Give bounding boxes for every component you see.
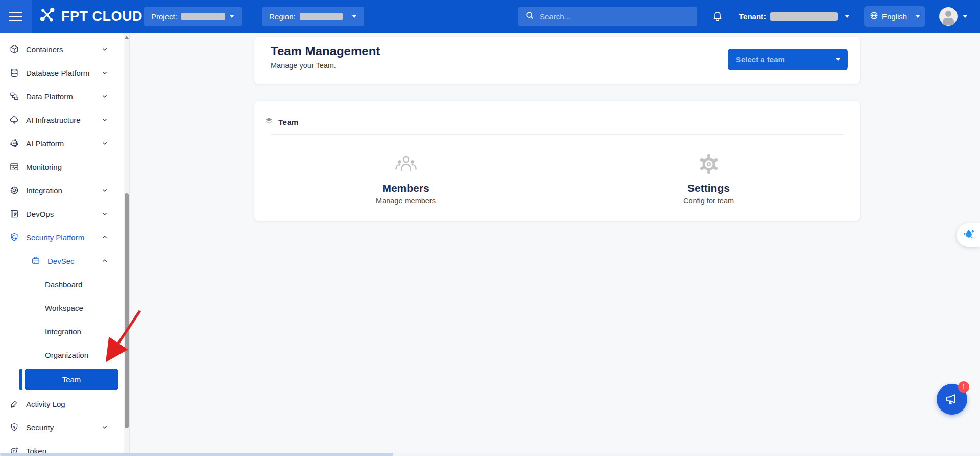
sidebar-item-label: AI Platform: [26, 139, 64, 148]
chevron-down-icon: [101, 423, 109, 431]
tenant-selector[interactable]: Tenant:: [739, 0, 850, 33]
avatar: [939, 7, 958, 26]
sidebar-item-dashboard[interactable]: Dashboard: [0, 275, 129, 294]
page-title: Team Management: [271, 44, 380, 58]
sidebar-item-devsec[interactable]: DevSec: [0, 251, 129, 270]
sidebar-item-ai-platform[interactable]: AI AI Platform: [0, 133, 129, 153]
main-content: Team Management Manage your Team. Select…: [130, 33, 980, 456]
project-value-redacted: [181, 13, 225, 20]
hamburger-menu-button[interactable]: [0, 0, 32, 33]
sidebar-item-label: Dashboard: [45, 280, 82, 289]
chevron-down-icon: [101, 45, 109, 53]
chevron-down-icon: [101, 139, 109, 147]
sidebar-item-data-platform[interactable]: Data Platform: [0, 86, 129, 106]
search-icon: [524, 10, 535, 22]
members-title: Members: [254, 182, 557, 194]
members-icon: [254, 151, 557, 177]
brand-logo[interactable]: FPT CLOUD: [39, 0, 142, 33]
page-subtitle: Manage your Team.: [271, 61, 336, 70]
sidebar-item-organization[interactable]: Organization: [0, 345, 129, 364]
settings-subtitle: Config for team: [557, 197, 860, 205]
sidebar-item-activity-log[interactable]: Activity Log: [0, 394, 129, 414]
chevron-down-icon: [101, 69, 109, 77]
data-platform-icon: [9, 91, 19, 101]
sidebar-item-label: Security Platform: [26, 233, 84, 242]
sidebar-item-team[interactable]: Team: [0, 369, 129, 390]
members-option[interactable]: Members Manage members: [254, 151, 557, 205]
tenant-value-redacted: [770, 12, 838, 21]
members-subtitle: Manage members: [254, 197, 557, 205]
sidebar-item-integration-sub[interactable]: Integration: [0, 322, 129, 341]
chevron-down-icon: [101, 210, 109, 218]
horizontal-scrollbar-thumb[interactable]: [0, 453, 393, 456]
page-header-card: Team Management Manage your Team. Select…: [254, 37, 860, 84]
search-input[interactable]: [540, 12, 691, 21]
sidebar-item-label: Containers: [26, 45, 63, 54]
svg-text:AI: AI: [13, 142, 16, 145]
top-navigation-bar: FPT CLOUD Project: Region: Tenant:: [0, 0, 980, 33]
sidebar-item-monitoring[interactable]: Monitoring: [0, 157, 129, 176]
sidebar-scrollbar-thumb[interactable]: [125, 193, 129, 428]
chevron-down-icon: [963, 15, 968, 18]
sidebar-item-label: Organization: [45, 351, 88, 359]
region-label: Region:: [269, 12, 296, 21]
sidebar-item-containers[interactable]: Containers: [0, 39, 129, 59]
sidebar-item-security-platform[interactable]: Security Platform: [0, 227, 129, 247]
chevron-down-icon: [845, 15, 850, 18]
brand-text: FPT CLOUD: [61, 9, 142, 25]
horizontal-scrollbar-track: [0, 453, 980, 456]
chevron-down-icon: [915, 15, 920, 18]
chevron-down-icon: [101, 92, 109, 100]
fpt-molecule-icon: [39, 6, 57, 27]
team-card-title: Team: [278, 118, 298, 127]
sidebar-item-label: Security: [26, 423, 54, 432]
scrollbar-up-arrow[interactable]: [125, 36, 129, 39]
globe-icon: [869, 11, 879, 22]
sidebar-item-label: Workspace: [45, 304, 83, 312]
security-icon: [9, 422, 19, 432]
sidebar-item-label: Team: [62, 375, 81, 384]
sidebar-item-label: AI Infrastructure: [26, 116, 81, 124]
project-selector[interactable]: Project:: [144, 7, 242, 26]
select-team-dropdown[interactable]: Select a team: [728, 49, 848, 70]
region-selector[interactable]: Region:: [262, 7, 364, 26]
database-icon: [9, 67, 19, 78]
sidebar-item-label: Integration: [45, 327, 81, 336]
user-menu[interactable]: [939, 7, 968, 26]
sidebar-item-database-platform[interactable]: Database Platform: [0, 63, 129, 82]
activity-log-icon: [9, 399, 19, 409]
ai-platform-icon: AI: [9, 138, 19, 148]
chevron-down-icon: [101, 116, 109, 124]
sidebar-item-workspace[interactable]: Workspace: [0, 298, 129, 317]
sidebar-item-label: Database Platform: [26, 69, 89, 77]
chevron-down-icon: [352, 15, 357, 18]
assistant-widget[interactable]: [957, 223, 980, 247]
tenant-label: Tenant:: [739, 12, 766, 21]
sidebar-navigation: Containers Database Platform Data Platfo…: [0, 33, 130, 456]
containers-icon: [9, 44, 19, 54]
language-selector[interactable]: English: [864, 6, 925, 27]
notification-badge: 1: [958, 381, 969, 393]
layers-icon: [265, 117, 273, 127]
divider: [271, 134, 844, 135]
settings-title: Settings: [557, 182, 860, 194]
sidebar-item-integration[interactable]: Integration: [0, 180, 129, 200]
sidebar-item-label: Activity Log: [26, 400, 65, 408]
sidebar-item-label: Monitoring: [26, 163, 62, 171]
sidebar-item-label: DevSec: [47, 257, 75, 265]
water-drop-icon: [961, 226, 976, 244]
chevron-up-icon: [101, 233, 109, 241]
settings-option[interactable]: Settings Config for team: [557, 151, 860, 205]
project-label: Project:: [151, 12, 177, 21]
chevron-down-icon: [101, 186, 109, 194]
sidebar-item-security[interactable]: Security: [0, 418, 129, 437]
team-card: Team Members: [254, 101, 860, 221]
devsec-icon: [31, 256, 41, 266]
notification-bell-icon[interactable]: [711, 10, 724, 23]
integration-icon: [9, 185, 19, 195]
announcements-button[interactable]: 1: [937, 384, 967, 415]
ai-infrastructure-icon: [9, 115, 19, 125]
sidebar-item-ai-infrastructure[interactable]: AI Infrastructure: [0, 110, 129, 129]
sidebar-item-devops[interactable]: DevOps: [0, 204, 129, 223]
devops-icon: [9, 209, 19, 219]
